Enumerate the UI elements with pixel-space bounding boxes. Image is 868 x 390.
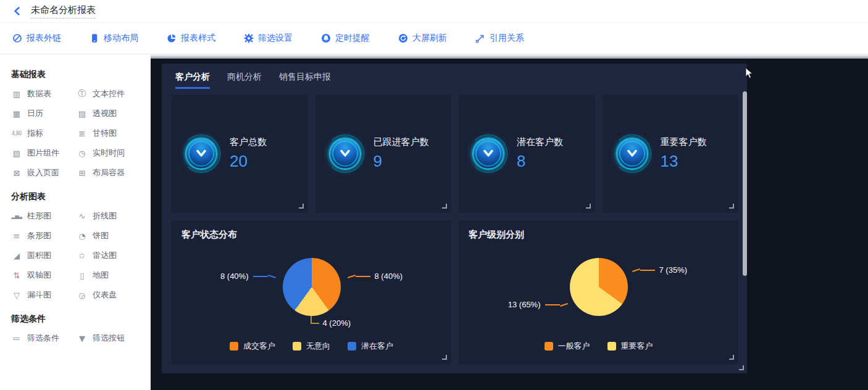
label-line (632, 268, 640, 272)
tab-container-widget[interactable]: 客户分析 商机分析 销售目标申报 客户总数 20 (162, 64, 747, 373)
sidebar-item-radar-chart[interactable]: ✩雷达图 (77, 246, 142, 265)
sidebar-item-gantt-chart[interactable]: ≣甘特图 (77, 123, 142, 143)
tool-label: 筛选设置 (258, 33, 293, 44)
label-line (253, 276, 268, 277)
legend-swatch (348, 342, 356, 351)
screen-refresh-button[interactable]: 大屏刷新 (398, 33, 447, 44)
sidebar-item-pie-chart[interactable]: ◔饼图 (77, 226, 142, 246)
text-widget-icon: Ⓣ (77, 88, 88, 99)
pivot-table-icon: ▤ (77, 109, 88, 118)
tool-label: 报表样式 (181, 33, 215, 44)
kpi-card-important-customers[interactable]: 重要客户数 13 (603, 94, 739, 213)
sidebar-item-line-chart[interactable]: ∿折线图 (77, 206, 142, 226)
section-title-basic-reports: 基础报表 (11, 69, 151, 80)
legend-item-important-customers[interactable]: 重要客户 (607, 341, 653, 352)
analysis-charts-grid: ▂▅▃柱形图 ∿折线图 ≡条形图 ◔饼图 ◢面积图 ✩雷达图 ⇅双轴图 ▯地图 … (11, 206, 151, 305)
sidebar-item-image-widget[interactable]: ▧图片组件 (11, 143, 77, 163)
back-chevron-icon (13, 7, 22, 15)
kpi-card-followed-customers[interactable]: 已跟进客户数 9 (315, 94, 452, 213)
resize-handle-icon[interactable] (729, 204, 734, 209)
column-chart-icon: ▂▅▃ (11, 214, 22, 219)
report-style-button[interactable]: 报表样式 (167, 33, 215, 44)
chart-legend: 成交客户 无意向 潜在客户 (172, 341, 451, 352)
sidebar-item-text-widget[interactable]: Ⓣ文本控件 (77, 84, 142, 104)
pie-chart-area: 7 (35%) 13 (65%) (469, 243, 728, 337)
sidebar-item-map[interactable]: ▯地图 (77, 265, 142, 285)
kpi-card-total-customers[interactable]: 客户总数 20 (172, 94, 308, 213)
resize-handle-icon[interactable] (442, 204, 447, 209)
component-sidebar: 基础报表 ▥数据表 Ⓣ文本控件 ▦日历 ▤透视图 4,80指标 ≣甘特图 ▧图片… (0, 54, 151, 390)
tab-opportunity-analysis[interactable]: 商机分析 (227, 72, 262, 89)
filter-settings-button[interactable]: 筛选设置 (244, 33, 293, 44)
sidebar-item-area-chart[interactable]: ◢面积图 (11, 246, 77, 265)
reference-relation-button[interactable]: 引用关系 (475, 33, 524, 44)
back-button[interactable] (10, 4, 25, 19)
label-line (560, 303, 568, 307)
label-line (545, 304, 560, 305)
kpi-value: 8 (517, 152, 563, 171)
pie-row: 客户状态分布 8 (40%) 8 (40%) (172, 220, 738, 364)
canvas-top-edge (151, 54, 868, 59)
pie-chart[interactable] (570, 258, 628, 316)
chart-customer-level[interactable]: 客户级别分别 7 (35%) 13 (65%) (459, 220, 738, 364)
sidebar-item-calendar[interactable]: ▦日历 (11, 104, 77, 123)
toolbar: 报表外链 移动布局 报表样式 (0, 23, 868, 54)
sidebar-item-funnel-chart[interactable]: ▽漏斗图 (11, 285, 77, 305)
scheduled-reminder-button[interactable]: 定时提醒 (321, 33, 370, 44)
sidebar-item-realtime-clock[interactable]: ◷实时时间 (77, 143, 142, 163)
sidebar-item-data-table[interactable]: ▥数据表 (11, 84, 77, 104)
top-bar: 未命名分析报表 (0, 0, 868, 23)
kpi-badge-icon (616, 138, 648, 170)
resize-handle-icon[interactable] (586, 204, 591, 209)
filter-conditions-grid: ≔筛选条件 ▼筛选按钮 (11, 328, 151, 348)
pie-chart-icon: ◔ (77, 231, 88, 241)
resize-handle-icon[interactable] (442, 355, 447, 360)
kpi-row: 客户总数 20 已跟进客户数 9 (172, 94, 738, 213)
chart-title: 客户状态分布 (182, 229, 441, 241)
report-title[interactable]: 未命名分析报表 (31, 4, 96, 19)
tool-label: 引用关系 (490, 33, 524, 44)
bar-chart-icon: ≡ (11, 231, 22, 241)
sidebar-item-layout-container[interactable]: ⊞布局容器 (77, 163, 142, 183)
sidebar-item-indicator[interactable]: 4,80指标 (11, 123, 77, 143)
line-chart-icon: ∿ (77, 212, 88, 221)
gauge-icon: ◶ (77, 291, 88, 300)
label-line (356, 276, 370, 277)
mobile-layout-button[interactable]: 移动布局 (90, 33, 138, 44)
resize-handle-icon[interactable] (739, 365, 744, 370)
clock-icon: ◷ (77, 149, 88, 158)
resize-handle-icon[interactable] (299, 204, 304, 209)
section-title-analysis-charts: 分析图表 (11, 191, 151, 202)
pie-chart[interactable] (283, 258, 341, 316)
legend-swatch (230, 342, 238, 351)
kpi-badge-icon (329, 138, 361, 170)
gear-icon (244, 33, 254, 43)
legend-item-general-customers[interactable]: 一般客户 (545, 341, 590, 352)
sidebar-item-gauge[interactable]: ◶仪表盘 (77, 285, 142, 305)
kpi-card-potential-customers[interactable]: 潜在客户数 8 (459, 94, 595, 213)
pie-label-important: 13 (65%) (508, 300, 568, 309)
sidebar-item-pivot-table[interactable]: ▤透视图 (77, 104, 142, 123)
sidebar-item-embed-page[interactable]: ⊠嵌入页面 (11, 163, 77, 183)
sidebar-item-dual-axis-chart[interactable]: ⇅双轴图 (11, 265, 77, 285)
tab-sales-target-report[interactable]: 销售目标申报 (279, 72, 331, 89)
layout-container-icon: ⊞ (77, 168, 88, 178)
funnel-chart-icon: ▽ (11, 291, 22, 300)
vertical-scrollbar[interactable] (743, 91, 747, 276)
kpi-label: 潜在客户数 (517, 136, 563, 148)
resize-handle-icon[interactable] (729, 355, 734, 360)
report-canvas[interactable]: 客户分析 商机分析 销售目标申报 客户总数 20 (151, 54, 868, 390)
sidebar-item-filter-condition[interactable]: ≔筛选条件 (11, 328, 77, 348)
label-line (311, 316, 319, 324)
chart-customer-status-distribution[interactable]: 客户状态分布 8 (40%) 8 (40%) (172, 220, 451, 364)
sidebar-item-column-chart[interactable]: ▂▅▃柱形图 (11, 206, 77, 226)
legend-item-closed-customers[interactable]: 成交客户 (230, 341, 275, 352)
legend-item-no-intent[interactable]: 无意向 (293, 341, 330, 352)
sidebar-item-bar-chart[interactable]: ≡条形图 (11, 226, 77, 246)
sidebar-item-filter-button[interactable]: ▼筛选按钮 (77, 328, 142, 348)
mobile-phone-icon (90, 33, 99, 43)
mouse-cursor-icon (745, 67, 753, 79)
report-external-link-button[interactable]: 报表外链 (12, 33, 61, 44)
legend-item-potential-customers[interactable]: 潜在客户 (348, 341, 393, 352)
tab-customer-analysis[interactable]: 客户分析 (175, 72, 210, 89)
